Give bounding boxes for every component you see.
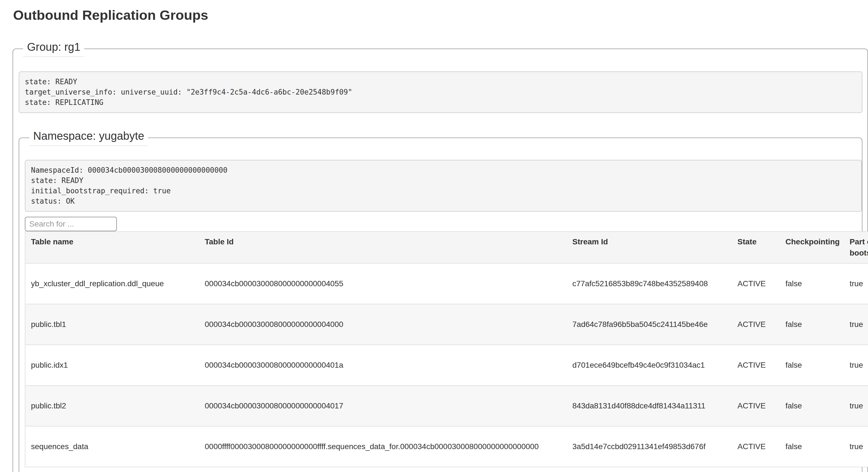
table-header-row: Table nameTable IdStream IdStateCheckpoi… bbox=[25, 231, 868, 263]
table-cell-3: ACTIVE bbox=[732, 263, 780, 304]
search-input[interactable] bbox=[25, 217, 117, 231]
column-header-3: State bbox=[732, 231, 780, 263]
table-cell-0: sequences_data bbox=[25, 426, 199, 467]
table-row: yb_xcluster_ddl_replication.ddl_queue000… bbox=[25, 263, 868, 304]
group-fieldset: Group: rg1 state: READY target_universe_… bbox=[12, 41, 868, 472]
table-cell-4: false bbox=[780, 426, 844, 467]
table-cell-2: d701ece649bcefb49c4e0c9f31034ac1 bbox=[567, 345, 732, 385]
column-header-5: Part of initial bootstrap bbox=[844, 231, 868, 263]
table-cell-3: ACTIVE bbox=[732, 345, 780, 385]
table-cell-2: 843da8131d40f88dce4df81434a11311 bbox=[567, 385, 732, 426]
table-cell-0: public.idx1 bbox=[25, 345, 199, 385]
table-row: public.tbl1000034cb000030008000000000004… bbox=[25, 304, 868, 345]
tables-table: Table nameTable IdStream IdStateCheckpoi… bbox=[25, 231, 868, 467]
table-cell-5: true bbox=[844, 304, 868, 345]
column-header-4: Checkpointing bbox=[780, 231, 844, 263]
table-cell-5: true bbox=[844, 263, 868, 304]
table-cell-5: true bbox=[844, 345, 868, 385]
namespace-info-box: NamespaceId: 000034cb0000300080000000000… bbox=[25, 160, 862, 212]
table-body: yb_xcluster_ddl_replication.ddl_queue000… bbox=[25, 263, 868, 467]
column-header-0: Table name bbox=[25, 231, 199, 263]
table-cell-4: false bbox=[780, 263, 844, 304]
table-cell-0: public.tbl2 bbox=[25, 385, 199, 426]
table-cell-3: ACTIVE bbox=[732, 426, 780, 467]
table-cell-4: false bbox=[780, 385, 844, 426]
table-cell-2: 3a5d14e7ccbd02911341ef49853d676f bbox=[567, 426, 732, 467]
namespace-legend: Namespace: yugabyte bbox=[29, 130, 148, 146]
column-header-1: Table Id bbox=[199, 231, 567, 263]
table-cell-0: public.tbl1 bbox=[25, 304, 199, 345]
table-cell-1: 000034cb00003000800000000000401a bbox=[199, 345, 567, 385]
table-row: sequences_data0000ffff000030008000000000… bbox=[25, 426, 868, 467]
table-cell-3: ACTIVE bbox=[732, 304, 780, 345]
page: Outbound Replication Groups Group: rg1 s… bbox=[0, 0, 868, 472]
namespace-fieldset: Namespace: yugabyte NamespaceId: 000034c… bbox=[19, 130, 862, 472]
table-cell-4: false bbox=[780, 304, 844, 345]
table-cell-5: true bbox=[844, 426, 868, 467]
table-cell-1: 0000ffff00003000800000000000ffff.sequenc… bbox=[199, 426, 567, 467]
table-cell-5: true bbox=[844, 385, 868, 426]
table-cell-0: yb_xcluster_ddl_replication.ddl_queue bbox=[25, 263, 199, 304]
table-row: public.idx1000034cb000030008000000000004… bbox=[25, 345, 868, 385]
table-cell-1: 000034cb000030008000000000004000 bbox=[199, 304, 567, 345]
page-title: Outbound Replication Groups bbox=[13, 8, 868, 23]
table-row: public.tbl2000034cb000030008000000000004… bbox=[25, 385, 868, 426]
table-cell-4: false bbox=[780, 345, 844, 385]
group-legend: Group: rg1 bbox=[23, 41, 84, 57]
table-cell-2: 7ad64c78fa96b5ba5045c241145be46e bbox=[567, 304, 732, 345]
table-cell-1: 000034cb000030008000000000004055 bbox=[199, 263, 567, 304]
table-cell-1: 000034cb000030008000000000004017 bbox=[199, 385, 567, 426]
column-header-2: Stream Id bbox=[567, 231, 732, 263]
group-info-box: state: READY target_universe_info: unive… bbox=[19, 71, 862, 113]
table-cell-2: c77afc5216853b89c748be4352589408 bbox=[567, 263, 732, 304]
table-cell-3: ACTIVE bbox=[732, 385, 780, 426]
